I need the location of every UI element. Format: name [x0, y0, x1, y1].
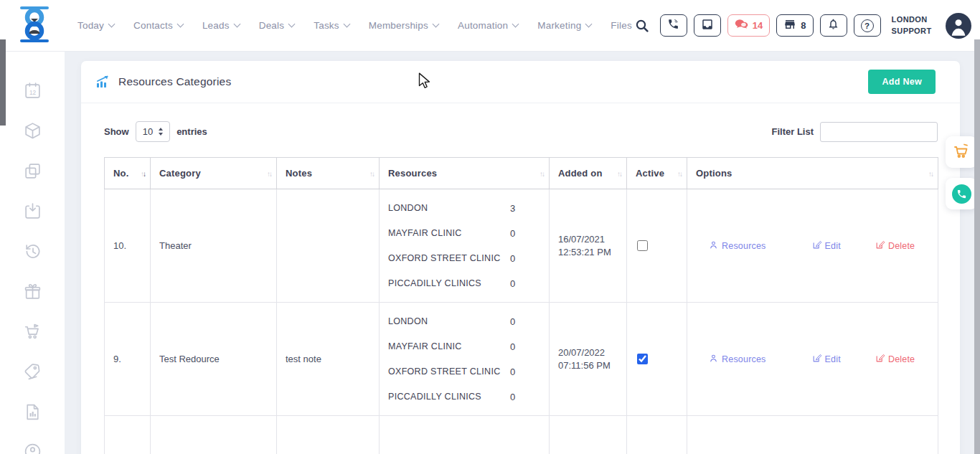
scrollbar-thumb[interactable]	[0, 39, 6, 126]
page-title: Resources Categories	[118, 75, 231, 88]
search-icon[interactable]	[632, 16, 652, 36]
column-label: Resources	[388, 168, 437, 179]
resource-count: 0	[510, 253, 515, 264]
main-content: Resources Categories Add New Show 10 ent…	[65, 51, 980, 454]
resource-count: 0	[510, 392, 515, 402]
cell-active	[627, 416, 687, 454]
column-label: Options	[696, 168, 732, 179]
nav-item-memberships[interactable]: Memberships	[369, 20, 438, 31]
added-time: 12:53:21 PM	[558, 246, 618, 259]
column-label: Active	[636, 168, 664, 179]
resource-count: 0	[510, 228, 515, 239]
floating-phone-button[interactable]	[946, 178, 977, 209]
resources-categories-card: Resources Categories Add New Show 10 ent…	[81, 61, 960, 454]
chevron-down-icon	[176, 21, 184, 28]
resource-line: MAYFAIR CLINIC0	[388, 334, 540, 359]
nav-item-contacts[interactable]: Contacts	[133, 20, 183, 31]
help-button[interactable]: ?	[854, 14, 881, 37]
added-date: 16/07/2021	[558, 233, 618, 246]
cell-category: Test Redource	[151, 303, 277, 416]
page-size-select[interactable]: 10	[136, 121, 170, 142]
notifications-button[interactable]	[820, 14, 847, 37]
nav-label: Marketing	[537, 20, 581, 31]
delete-link-icon	[875, 240, 885, 252]
user-name: LONDON SUPPORT	[892, 14, 936, 37]
calendar-import-icon[interactable]	[23, 202, 42, 221]
app-logo[interactable]	[16, 4, 53, 47]
column-header-active[interactable]: Active↑↓	[627, 158, 687, 189]
filter-input[interactable]	[820, 122, 938, 142]
resource-name: LONDON	[388, 203, 510, 213]
chat-bubbles-icon	[735, 19, 748, 32]
column-header-no[interactable]: No.↑↓	[105, 158, 151, 189]
active-checkbox[interactable]	[637, 240, 648, 251]
nav-item-deals[interactable]: Deals	[259, 20, 295, 31]
nav-label: Leads	[202, 20, 230, 31]
resources-categories-table: No.↑↓Category↑↓Notes↑↓Resources↑↓Added o…	[104, 157, 938, 454]
nav-label: Contacts	[133, 20, 173, 31]
column-header-options[interactable]: Options↑↓	[687, 158, 938, 189]
nav-item-leads[interactable]: Leads	[202, 20, 240, 31]
copy-icon[interactable]	[23, 161, 42, 181]
cell-added-on: 16/07/202112:53:21 PM	[550, 189, 627, 303]
nav-item-marketing[interactable]: Marketing	[537, 20, 591, 31]
column-label: No.	[113, 168, 129, 179]
entries-label: entries	[176, 126, 207, 137]
inbox-button[interactable]	[694, 14, 721, 37]
store-icon	[783, 18, 796, 34]
nav-item-automation[interactable]: Automation	[458, 20, 518, 31]
resources-link[interactable]: Resources	[709, 240, 766, 252]
cell-no	[105, 416, 151, 454]
column-header-added-on[interactable]: Added on↑↓	[550, 158, 627, 189]
active-checkbox[interactable]	[637, 354, 648, 364]
nav-label: Deals	[259, 20, 285, 31]
report-document-icon[interactable]	[23, 402, 42, 422]
cell-options	[687, 416, 938, 454]
cell-active	[627, 189, 687, 303]
cart-icon[interactable]	[23, 322, 42, 341]
delete-link-label: Delete	[888, 354, 915, 364]
options-links: ResourcesEditDelete	[696, 240, 929, 252]
sort-arrows-icon: ↑↓	[540, 169, 544, 177]
store-button[interactable]: 8	[776, 14, 813, 37]
delete-link[interactable]: Delete	[875, 240, 915, 252]
user-circle-icon[interactable]	[23, 442, 42, 454]
nav-item-today[interactable]: Today	[77, 20, 114, 31]
add-new-button[interactable]: Add New	[868, 70, 936, 94]
cell-resources: LONDON0MAYFAIR CLINIC0OXFORD STREET CLIN…	[380, 303, 550, 416]
history-icon[interactable]	[23, 242, 42, 261]
resources-link[interactable]: Resources	[709, 354, 766, 365]
chevron-down-icon	[233, 21, 240, 28]
nav-item-files[interactable]: Files	[611, 20, 632, 31]
table-row: 9.Test Redourcetest noteLONDON0MAYFAIR C…	[105, 303, 938, 416]
edit-link-icon	[812, 354, 821, 365]
calendar-12-icon[interactable]: 12	[23, 81, 42, 100]
resource-line: LONDON0	[388, 309, 540, 334]
cube-icon[interactable]	[23, 121, 42, 141]
delete-link[interactable]: Delete	[875, 354, 915, 365]
column-header-notes[interactable]: Notes↑↓	[277, 158, 380, 189]
scrollbar-track[interactable]	[974, 0, 980, 454]
nav-item-tasks[interactable]: Tasks	[314, 20, 349, 31]
column-header-category[interactable]: Category↑↓	[151, 158, 277, 189]
column-header-resources[interactable]: Resources↑↓	[380, 158, 550, 189]
user-avatar[interactable]	[946, 13, 971, 39]
filter: Filter List	[771, 122, 938, 142]
resource-line: PICCADILLY CLINICS0	[388, 384, 540, 410]
cell-category: Theater	[151, 189, 277, 303]
gift-icon[interactable]	[23, 282, 42, 301]
resource-count: 0	[510, 341, 515, 352]
cell-resources: LONDON3MAYFAIR CLINIC0OXFORD STREET CLIN…	[380, 189, 550, 303]
resource-name: MAYFAIR CLINIC	[388, 341, 510, 351]
question-mark-icon: ?	[861, 19, 874, 32]
floating-cart-button[interactable]	[946, 136, 977, 168]
store-count-badge: 8	[801, 20, 806, 31]
edit-link[interactable]: Edit	[812, 354, 841, 365]
phone-button[interactable]	[660, 14, 687, 37]
chat-button[interactable]: 14	[727, 14, 770, 37]
edit-link[interactable]: Edit	[812, 240, 841, 252]
resources-link-label: Resources	[722, 241, 766, 251]
resource-line: LONDON3	[388, 196, 540, 221]
sort-arrows-icon: ↑↓	[677, 169, 682, 177]
price-tag-icon[interactable]	[23, 362, 42, 382]
